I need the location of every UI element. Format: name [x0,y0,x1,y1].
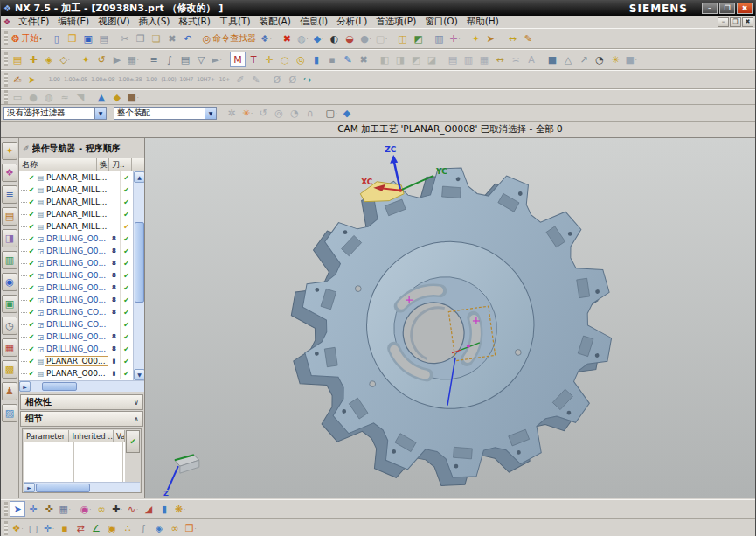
datum-plane-button[interactable]: ◢ [141,501,156,517]
menu-item[interactable]: 格式(R) [174,16,215,28]
selection-scope-combo[interactable]: 整个装配 ▼ [114,107,217,120]
chevron-down-icon[interactable]: ∨ [130,399,142,407]
mdi-close-button[interactable]: ✖ [742,17,753,27]
edit-object-button[interactable]: ✎ [340,52,356,67]
scroll-down-arrow-icon[interactable]: ▼ [134,369,144,380]
menu-item[interactable]: 工具(T) [215,16,255,28]
operation-row[interactable]: ✔ ◲ DRILLING_O0... 8 ✔ [19,269,133,282]
dependencies-bar[interactable]: 相依性 ∨ [20,394,143,410]
edit-text-button[interactable]: ✎ [248,72,264,87]
operation-row[interactable]: ✔ ◲ DRILLING_O0... 8 ✔ [19,331,133,343]
tab-machining-navigator[interactable]: ✦ [2,142,17,160]
scrollbar-thumb[interactable] [42,382,77,391]
return-button[interactable]: ↪ · [301,72,316,87]
tab-spreadsheet[interactable]: ▣ [2,295,17,313]
operation-row[interactable]: ✔ ▤ PLANAR_MILL... ✔ [19,171,133,184]
annotation-abc-button[interactable]: A [524,52,539,67]
snap-select-button[interactable]: ➤ [10,501,25,517]
new-button[interactable]: ▯ [49,31,65,46]
sketch-button[interactable]: ✎ [520,31,536,46]
chevron-down-icon[interactable]: ▼ [94,108,106,119]
operation-label[interactable]: PLANAR_MILL... [45,198,108,206]
operation-label[interactable]: DRILLING_CO... [45,320,108,329]
blank-display-button[interactable]: ▮ [309,52,324,67]
fit-view-button[interactable]: ◫ [394,31,410,46]
tool-display-button[interactable]: ◎ [293,52,309,67]
column-header[interactable]: 名称 [19,158,97,171]
details-column-header[interactable]: Parameter [24,430,69,442]
rectangle-select-button[interactable]: ▢ · [323,105,339,121]
diameter-a-button[interactable]: Ø [269,72,285,87]
assembly-constraint-button[interactable]: ∠ [88,520,104,536]
fit-10h7-sup-button[interactable]: 10H7+ [195,72,217,87]
operation-label[interactable]: PLANAR_MILL... [45,173,108,182]
tab-gallery[interactable]: ▨ [2,404,17,422]
solid-select-button[interactable]: ◆ [339,105,355,121]
sphere-b-button[interactable]: ◍ [41,89,57,105]
dimension-style-button[interactable]: ✍ [10,72,25,87]
vector-analysis-button[interactable]: ↗ [576,52,592,67]
graphics-viewer[interactable]: ZCYCXCZ [145,138,755,498]
key-button[interactable]: ✦ [468,31,483,46]
tolerance-108-button[interactable]: 1.00±.08 [89,72,116,87]
new-component-button[interactable]: ▪ [57,520,73,536]
arrow-3d-button[interactable]: ➤ · [25,72,41,87]
snap-star-button[interactable]: ✳ · [239,105,255,121]
tab-constraint-navigator[interactable]: ❖ [2,164,17,182]
tolerance-paren-button[interactable]: (1.00) [159,72,177,87]
milling-cutter-model[interactable]: ZCYCXCZ [145,138,755,498]
simulate-machine-button[interactable]: ▦ · [125,52,141,67]
operation-row[interactable]: ✔ ◲ DRILLING_O0... 8 ✔ [19,282,133,294]
print-button[interactable]: ▤ [96,31,112,46]
tab-roles[interactable]: ♟ [2,382,17,400]
menu-item[interactable]: 编辑(E) [53,16,94,28]
menu-item[interactable]: 首选项(P) [371,16,420,28]
fit-10-sup-button[interactable]: 10+ [217,72,232,87]
create-geometry-button[interactable]: ◈ [41,52,57,67]
menu-item[interactable]: 分析(L) [332,16,371,28]
show-3d-tool-button[interactable]: M [230,52,246,67]
tab-information[interactable]: ◉ [2,273,17,291]
triangle-analysis-button[interactable]: △ [560,52,576,67]
derived-sphere-button[interactable]: ◉ · [78,501,94,517]
save-button[interactable]: ▣ [80,31,96,46]
operation-row[interactable]: ✔ ◲ DRILLING_CO... ✔ [19,318,133,331]
open-button[interactable]: ❒ [65,31,80,46]
operation-row[interactable]: ✔ ◲ DRILLING_O0... 8 ✔ [19,294,133,306]
operation-label[interactable]: DRILLING_O0... [45,234,108,243]
rotate-analysis-button[interactable]: ◔ [592,52,607,67]
layer-settings-button[interactable]: ▤ [445,52,461,67]
operation-row[interactable]: ✔ ◲ DRILLING_O0... 8 ✔ [19,245,133,257]
scroll-right-arrow-icon[interactable]: ► [19,381,31,392]
details-horizontal-scrollbar[interactable]: ◄ ► [24,482,140,492]
corner-button[interactable]: ◥ [73,89,88,105]
snap-tangent-button[interactable]: ∩ [302,105,318,121]
menu-item[interactable]: 插入(S) [135,16,175,28]
show-2d-tool-button[interactable]: T [246,52,261,67]
create-method-button[interactable]: ◇ · [57,52,73,67]
edit-dimension-button[interactable]: ✐ [232,72,248,87]
scroll-up-arrow-icon[interactable]: ▲ [134,171,144,183]
delete-button[interactable]: ✖ [164,31,180,46]
operation-label[interactable]: DRILLING_O0... [45,259,108,268]
operation-row[interactable]: ✔ ◲ DRILLING_CO... 8 ✔ [19,306,133,318]
sphere-a-button[interactable]: ● [25,89,41,105]
start-button[interactable]: ❂ 开始 ▾ [10,31,44,46]
apply-check-button[interactable]: ✔ [126,430,140,453]
spline-button[interactable]: ∿ · [125,501,141,517]
fixture-view-button[interactable]: ■ · [125,89,141,105]
operation-label[interactable]: PLANAR_O00... [45,357,108,365]
snap-point-button[interactable]: ✛ [25,501,41,517]
operation-row[interactable]: ✔ ▤ PLANAR_MILL... ✔ [19,208,133,220]
face-analysis-button[interactable]: ◐ [326,31,342,46]
measure-distance-button[interactable]: ↔ [492,52,508,67]
snap-rollback-button[interactable]: ↺ [255,105,271,121]
mdi-minimize-button[interactable]: – [718,17,729,27]
selection-filter-combo[interactable]: 没有选择过滤器 ▼ [3,107,107,120]
nc-output-button[interactable]: ▽ [193,52,209,67]
assembly-navigator-button[interactable]: ▥ [431,31,447,46]
shop-documentation-button[interactable]: ▤ [177,52,193,67]
toolpath-visibility-button[interactable]: ✛ [261,52,277,67]
check-display-button[interactable]: ▪ [324,52,340,67]
dialog-options-button[interactable]: ❖ · [258,31,274,46]
